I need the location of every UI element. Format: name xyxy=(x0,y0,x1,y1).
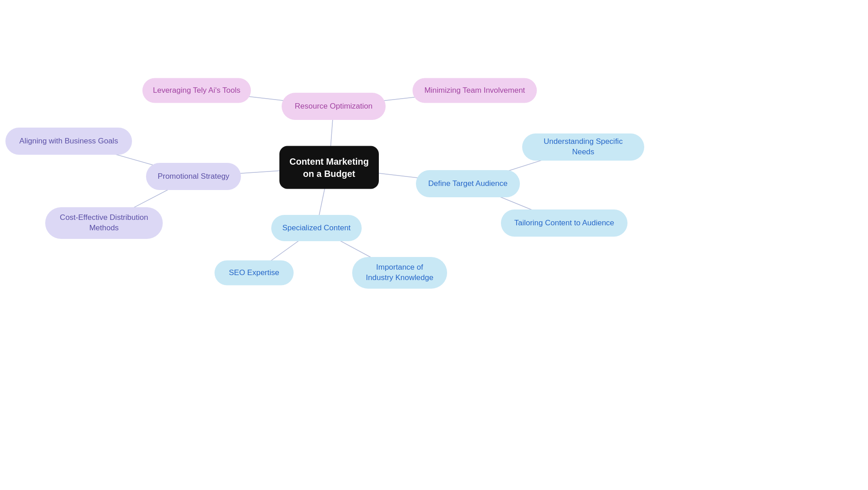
seo-expertise-node[interactable]: SEO Expertise xyxy=(215,261,294,285)
specialized-content-node[interactable]: Specialized Content xyxy=(271,215,362,241)
resource-optimization-node[interactable]: Resource Optimization xyxy=(282,93,386,120)
leveraging-tely-node[interactable]: Leveraging Tely Ai's Tools xyxy=(142,78,251,103)
connections-svg xyxy=(0,0,868,490)
tailoring-content-node[interactable]: Tailoring Content to Audience xyxy=(501,209,627,237)
industry-knowledge-node[interactable]: Importance of Industry Knowledge xyxy=(352,257,447,289)
aligning-business-node[interactable]: Aligning with Business Goals xyxy=(5,128,132,155)
promotional-strategy-node[interactable]: Promotional Strategy xyxy=(146,163,241,190)
minimizing-team-node[interactable]: Minimizing Team Involvement xyxy=(413,78,537,103)
define-target-node[interactable]: Define Target Audience xyxy=(416,170,520,197)
understanding-specific-node[interactable]: Understanding Specific Needs xyxy=(522,133,644,161)
center-node[interactable]: Content Marketing on a Budget xyxy=(279,146,379,189)
mind-map-container: Content Marketing on a BudgetResource Op… xyxy=(0,0,868,490)
cost-effective-node[interactable]: Cost-Effective Distribution Methods xyxy=(45,207,163,239)
